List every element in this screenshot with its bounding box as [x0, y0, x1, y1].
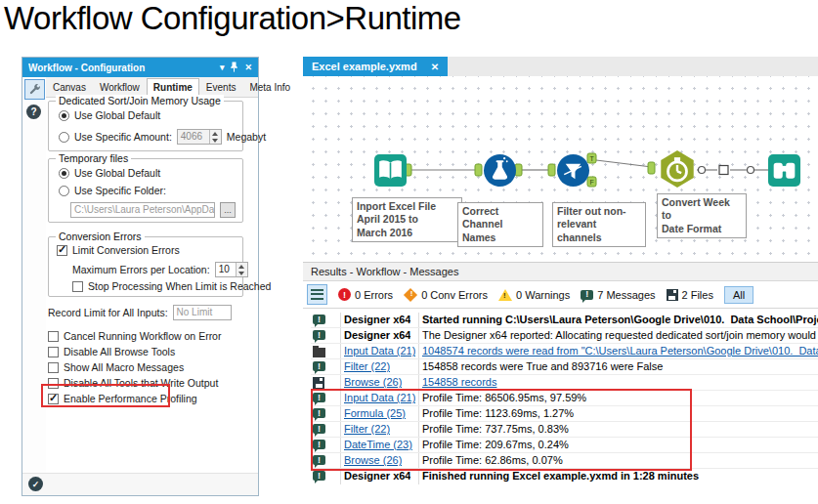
conv-error-icon: [404, 287, 417, 301]
message-icon: [313, 315, 325, 324]
annotation-datetime[interactable]: Convert Week to Date Format: [657, 193, 747, 238]
message-row[interactable]: Filter (22) Profile Time: 737.75ms, 0.83…: [311, 422, 818, 438]
help-icon[interactable]: ?: [26, 105, 41, 119]
message-row[interactable]: DateTime (23) Profile Time: 209.67ms, 0.…: [311, 438, 818, 453]
formula-tool[interactable]: [484, 154, 516, 187]
stepper-arrows[interactable]: [209, 130, 221, 144]
stepper-value: 4066: [178, 130, 209, 144]
document-tab-label: Excel example.yxmd: [312, 61, 417, 72]
radio-icon[interactable]: [59, 186, 69, 196]
limit-conversion-errors-checkbox[interactable]: Limit Conversion Errors: [57, 244, 180, 256]
errors-filter[interactable]: ! 0 Errors: [338, 288, 393, 301]
cancel-on-error-checkbox[interactable]: Cancel Running Workflow on Error: [48, 330, 221, 342]
message-row[interactable]: Filter (22) 154858 records were True and…: [311, 359, 818, 375]
message-row[interactable]: Browse (26) 154858 records: [311, 375, 818, 391]
all-filter-button[interactable]: All: [724, 286, 753, 304]
row-message: The Designer x64 reported: Allocating re…: [422, 329, 818, 341]
row-tool-link[interactable]: DateTime (23): [344, 439, 412, 450]
radio-global-default-temp[interactable]: Use Global Default: [59, 167, 160, 179]
results-panel-header[interactable]: Results - Workflow - Messages: [303, 262, 818, 281]
error-icon: !: [338, 288, 351, 301]
panel-titlebar[interactable]: Workflow - Configuration ▾ ✕: [22, 58, 258, 77]
flask-icon: [484, 154, 516, 187]
max-errors-stepper[interactable]: 10: [215, 262, 248, 277]
row-tool-link[interactable]: Input Data (21): [344, 392, 415, 403]
annotation-formula[interactable]: Correct Channel Names: [457, 202, 543, 247]
checkbox-icon[interactable]: [72, 281, 83, 292]
pin-icon[interactable]: [230, 62, 238, 74]
files-filter[interactable]: 2 Files: [667, 289, 713, 301]
checkbox-icon[interactable]: [57, 245, 67, 256]
disk-icon: [313, 377, 324, 389]
conversion-errors-group: Conversion Errors Limit Conversion Error…: [48, 236, 243, 297]
checkbox-icon[interactable]: [48, 394, 59, 404]
messages-filter[interactable]: 7 Messages: [581, 289, 655, 301]
input-data-tool[interactable]: [374, 154, 407, 187]
annotation-filter[interactable]: Filter out non- relevant channels: [552, 202, 646, 247]
message-icon: [313, 440, 325, 449]
enable-performance-profiling-checkbox[interactable]: Enable Performance Profiling: [48, 393, 197, 404]
row-message-link[interactable]: 1048574 records were read from "C:\Users…: [422, 345, 818, 357]
book-icon: [374, 154, 407, 187]
record-limit-input[interactable]: No Limit: [173, 305, 232, 320]
tab-meta-info[interactable]: Meta Info: [242, 78, 297, 97]
radio-icon[interactable]: [59, 110, 69, 121]
memory-amount-stepper[interactable]: 4066: [177, 129, 222, 145]
checkbox-icon[interactable]: [48, 331, 59, 342]
message-row[interactable]: Browse (26) Profile Time: 62.86ms, 0.07%: [311, 453, 818, 469]
conv-errors-filter[interactable]: 0 Conv Errors: [404, 289, 488, 301]
stepper-arrows[interactable]: [236, 263, 247, 276]
row-tool-link[interactable]: Filter (22): [344, 423, 390, 435]
message-icon: [313, 455, 325, 465]
temp-folder-input[interactable]: C:\Users\Laura Peterson\AppData\Local\: [70, 202, 215, 218]
stop-processing-checkbox[interactable]: Stop Processing When Limit is Reached: [72, 280, 271, 292]
apply-check-icon[interactable]: ✓: [28, 477, 43, 491]
browse-folder-button[interactable]: ...: [220, 202, 236, 218]
document-tab[interactable]: Excel example.yxmd ✕: [303, 57, 448, 76]
message-row[interactable]: Input Data (21) 1048574 records were rea…: [311, 344, 818, 359]
radio-icon[interactable]: [59, 132, 69, 143]
message-icon: [313, 424, 325, 434]
radio-specific-folder[interactable]: Use Specific Folder:: [59, 185, 166, 196]
annotation-input-data[interactable]: Inport Excel File April 2015 to March 20…: [352, 197, 462, 242]
designer-workspace: Excel example.yxmd ✕ T F: [303, 57, 818, 496]
checkbox-icon[interactable]: [48, 347, 59, 357]
page-title: Workflow Configuration>Runtime: [4, 0, 461, 37]
message-icon: [581, 290, 593, 300]
message-row[interactable]: Input Data (21) Profile Time: 86506.95ms…: [311, 391, 818, 406]
message-icon: [313, 471, 325, 481]
close-icon[interactable]: ✕: [244, 63, 252, 72]
checkbox-icon[interactable]: [48, 378, 59, 389]
warnings-count: 0 Warnings: [516, 289, 570, 301]
chevron-down-icon[interactable]: ▾: [220, 63, 225, 72]
row-tool-link[interactable]: Filter (22): [344, 360, 390, 372]
row-tool-link[interactable]: Browse (26): [344, 454, 402, 466]
funnel-icon: [557, 154, 589, 187]
workflow-canvas[interactable]: T F: [303, 76, 818, 262]
radio-specific-amount[interactable]: Use Specific Amount: 4066 Megabyt: [59, 129, 266, 145]
checkbox-label: Show All Macro Messages: [64, 361, 184, 373]
filter-tool[interactable]: [557, 154, 589, 187]
message-row[interactable]: Designer x64 Started running C:\Users\La…: [311, 313, 818, 328]
message-list-icon[interactable]: [307, 284, 327, 305]
row-tool-link[interactable]: Browse (26): [344, 376, 402, 388]
show-macro-messages-checkbox[interactable]: Show All Macro Messages: [48, 361, 184, 373]
disable-browse-tools-checkbox[interactable]: Disable All Browse Tools: [48, 346, 175, 357]
row-message-link[interactable]: 154858 records: [422, 376, 818, 388]
message-icon: [313, 408, 325, 418]
disable-write-output-checkbox[interactable]: Disable All Tools that Write Output: [48, 377, 218, 389]
wrench-icon[interactable]: [24, 79, 45, 100]
config-icon-strip: ?: [22, 77, 46, 474]
row-tool-link[interactable]: Input Data (21): [344, 345, 415, 357]
close-tab-icon[interactable]: ✕: [431, 62, 439, 72]
message-row[interactable]: Designer x64 The Designer x64 reported: …: [311, 328, 818, 344]
row-tool-link[interactable]: Formula (25): [344, 407, 406, 419]
browse-tool[interactable]: [768, 154, 800, 187]
radio-global-default-memory[interactable]: Use Global Default: [59, 109, 160, 121]
message-row[interactable]: Formula (25) Profile Time: 1123.69ms, 1.…: [311, 406, 818, 422]
warnings-filter[interactable]: 0 Warnings: [498, 289, 570, 301]
row-tool: Designer x64: [344, 470, 410, 482]
message-row[interactable]: Designer x64 Finished running Excel exam…: [311, 469, 818, 484]
checkbox-icon[interactable]: [48, 362, 59, 373]
radio-icon[interactable]: [59, 168, 69, 179]
